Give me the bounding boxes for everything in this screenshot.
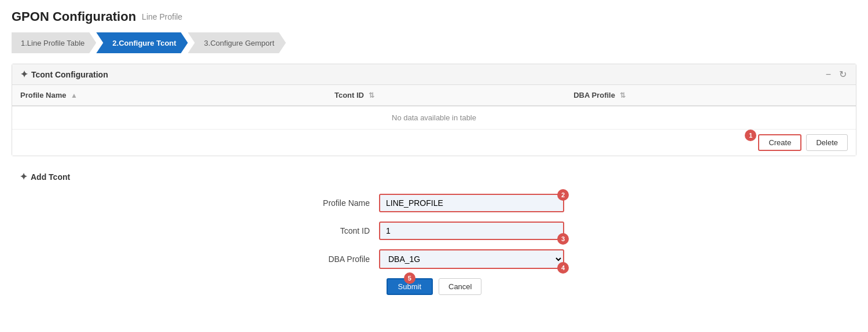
- step-2-label: 2.Configure Tcont: [112, 39, 176, 47]
- tcont-id-input-wrapper: 3: [379, 222, 564, 240]
- col-tcont-id-label: Tcont ID: [334, 91, 364, 99]
- dba-profile-select-wrapper: 4 DBA_1G DBA_512M DBA_100M: [379, 249, 564, 269]
- add-tcont-title: ✦ Add Tcont: [20, 171, 848, 182]
- form-actions: 5 Submit Cancel: [20, 278, 848, 295]
- tcont-panel: ✦ Tcont Configuration − ↻ Profile Name ▲…: [12, 64, 856, 156]
- empty-message: No data available in table: [12, 106, 856, 130]
- add-tcont-title-text: Add Tcont: [31, 172, 70, 182]
- dba-profile-label: DBA Profile: [304, 254, 379, 264]
- step-3-label: 3.Configure Gemport: [204, 39, 274, 47]
- col-profile-name[interactable]: Profile Name ▲: [12, 85, 326, 106]
- refresh-button[interactable]: ↻: [838, 69, 848, 80]
- col-tcont-id[interactable]: Tcont ID ⇅: [326, 85, 565, 106]
- profile-name-input[interactable]: [379, 194, 564, 212]
- step-1[interactable]: 1.Line Profile Table: [12, 32, 96, 53]
- sort-icon-profile: ▲: [71, 91, 78, 99]
- badge-3: 3: [557, 233, 569, 245]
- panel-controls: − ↻: [825, 69, 848, 80]
- add-tcont-section: ✦ Add Tcont ForolSP Profile Name 2 Tcont…: [12, 165, 856, 307]
- create-button[interactable]: Create: [758, 134, 801, 151]
- badge-1: 1: [745, 130, 756, 141]
- submit-btn-wrapper: 5 Submit: [387, 278, 433, 295]
- cancel-button[interactable]: Cancel: [439, 278, 481, 295]
- panel-header: ✦ Tcont Configuration − ↻: [12, 64, 856, 85]
- profile-name-label: Profile Name: [304, 198, 379, 208]
- profile-name-group: Profile Name 2: [20, 194, 848, 212]
- tcont-id-group: Tcont ID 3: [20, 222, 848, 240]
- table-actions: 1 Create Delete: [12, 130, 856, 156]
- create-btn-wrapper: 1 Create: [758, 134, 801, 151]
- tcont-id-input[interactable]: [379, 222, 564, 240]
- panel-title: ✦ Tcont Configuration: [20, 69, 108, 80]
- add-puzzle-icon: ✦: [20, 171, 27, 182]
- profile-name-input-wrapper: 2: [379, 194, 564, 212]
- col-dba-profile-label: DBA Profile: [573, 91, 615, 99]
- badge-4: 4: [557, 262, 569, 274]
- step-2[interactable]: 2.Configure Tcont: [96, 32, 187, 53]
- page-subtitle: Line Profile: [142, 12, 182, 21]
- steps-bar: 1.Line Profile Table 2.Configure Tcont 3…: [12, 32, 856, 53]
- dba-profile-group: DBA Profile 4 DBA_1G DBA_512M DBA_100M: [20, 249, 848, 269]
- puzzle-icon: ✦: [20, 69, 28, 80]
- col-profile-name-label: Profile Name: [20, 91, 66, 99]
- col-dba-profile[interactable]: DBA Profile ⇅: [565, 85, 856, 106]
- tcont-table: Profile Name ▲ Tcont ID ⇅ DBA Profile ⇅ …: [12, 85, 856, 130]
- collapse-button[interactable]: −: [825, 69, 832, 80]
- page-title: GPON Configuration: [12, 9, 136, 24]
- step-1-label: 1.Line Profile Table: [21, 39, 84, 47]
- sort-icon-dba: ⇅: [620, 91, 626, 99]
- sort-icon-tcont: ⇅: [369, 91, 374, 99]
- panel-title-text: Tcont Configuration: [31, 70, 108, 79]
- delete-button[interactable]: Delete: [806, 134, 848, 151]
- badge-5: 5: [404, 272, 415, 284]
- tcont-id-label: Tcont ID: [304, 226, 379, 235]
- page-header: GPON Configuration Line Profile: [12, 9, 856, 24]
- empty-row: No data available in table: [12, 106, 856, 130]
- table-header-row: Profile Name ▲ Tcont ID ⇅ DBA Profile ⇅: [12, 85, 856, 106]
- badge-2: 2: [557, 189, 569, 201]
- step-3[interactable]: 3.Configure Gemport: [188, 32, 286, 53]
- dba-profile-select[interactable]: DBA_1G DBA_512M DBA_100M: [379, 249, 564, 269]
